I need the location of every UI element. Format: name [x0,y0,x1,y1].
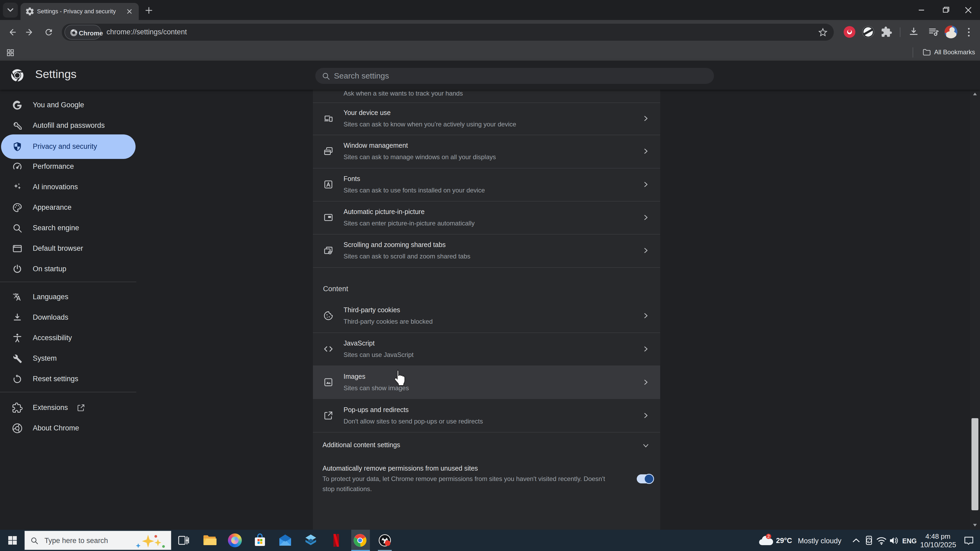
svg-text:2: 2 [767,534,770,539]
